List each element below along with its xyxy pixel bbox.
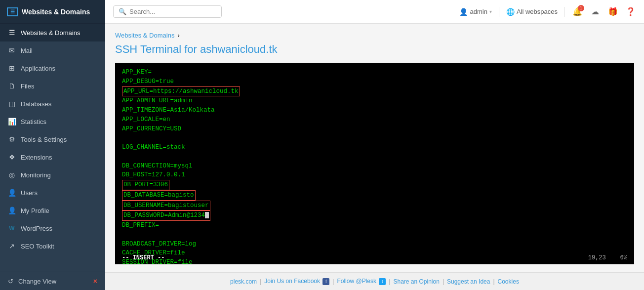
- sidebar-item-label: Files: [21, 83, 34, 90]
- sidebar-item-websites-domains[interactable]: ☰ Websites & Domains: [0, 24, 105, 41]
- search-icon: 🔍: [119, 8, 126, 15]
- change-view-icon: ↺: [8, 278, 13, 285]
- cloud-icon[interactable]: ☁: [590, 6, 601, 17]
- terminal-line: DB_PREFIX=: [122, 221, 627, 230]
- terminal-line: APP_CURRENCY=USD: [122, 124, 627, 134]
- terminal-line: APP_LOCALE=en: [122, 115, 627, 124]
- footer: plesk.com | Join Us on Facebook f | Foll…: [105, 272, 644, 290]
- sidebar-item-label: Statistics: [21, 118, 46, 125]
- seo-icon: ↗: [8, 242, 16, 250]
- admin-icon: 👤: [459, 8, 468, 16]
- page-title-prefix: SSH Terminal for: [115, 43, 200, 55]
- main-content: 🔍 👤 admin ▾ 🌐 All webspaces 🔔 1: [105, 0, 644, 290]
- statistics-icon: 📊: [8, 118, 16, 125]
- sidebar-item-seo-toolkit[interactable]: ↗ SEO Toolkit: [0, 237, 105, 255]
- terminal-line-db-password: DB_PASSWORD=Admin@1234: [122, 210, 627, 221]
- footer-cookies-link[interactable]: Cookies: [498, 278, 519, 285]
- extensions-topbar-icon[interactable]: 🎁: [607, 6, 618, 17]
- logo-icon: ☰: [7, 7, 18, 16]
- sidebar-item-label: SEO Toolkit: [21, 243, 54, 250]
- sidebar-item-tools-settings[interactable]: ⚙ Tools & Settings: [0, 130, 105, 148]
- sidebar-item-applications[interactable]: ⊞ Applications: [0, 59, 105, 77]
- applications-icon: ⊞: [8, 64, 16, 72]
- sidebar-item-label: My Profile: [21, 207, 49, 214]
- all-webspaces-button[interactable]: 🌐 All webspaces: [506, 8, 558, 16]
- sidebar-item-label: Tools & Settings: [21, 136, 67, 143]
- footer-suggest-idea-link[interactable]: Suggest an Idea: [447, 278, 490, 285]
- sidebar-item-users[interactable]: 👤 Users: [0, 184, 105, 202]
- extensions-icon: ❖: [8, 153, 16, 161]
- search-box[interactable]: 🔍: [113, 5, 222, 18]
- content-area: Websites & Domains › SSH Terminal for as…: [105, 24, 644, 272]
- sidebar-item-label: Websites & Domains: [21, 29, 80, 37]
- sidebar-item-label: Monitoring: [21, 171, 51, 179]
- sidebar-item-databases[interactable]: ◫ Databases: [0, 95, 105, 113]
- databases-icon: ◫: [8, 100, 16, 108]
- topbar-right: 👤 admin ▾ 🌐 All webspaces 🔔 1 ☁ 🎁 ❓: [459, 6, 636, 17]
- admin-menu[interactable]: 👤 admin ▾: [459, 8, 491, 16]
- sidebar-item-label: WordPress: [21, 225, 52, 232]
- websites-icon: ☰: [8, 29, 16, 37]
- sidebar-item-extensions[interactable]: ❖ Extensions: [0, 148, 105, 166]
- close-icon[interactable]: ×: [93, 277, 97, 285]
- terminal-line-db-database: DB_DATABASE=bagisto: [122, 190, 627, 201]
- terminal-line: [122, 152, 627, 162]
- terminal-line: APP_DEBUG=true: [122, 77, 627, 86]
- users-icon: 👤: [8, 189, 16, 197]
- terminal-line: CACHE_DRIVER=file: [122, 249, 627, 258]
- all-webspaces-label: All webspaces: [517, 8, 558, 15]
- footer-facebook-link[interactable]: Join Us on Facebook f: [264, 278, 329, 285]
- admin-label: admin: [470, 8, 487, 15]
- breadcrumb: Websites & Domains ›: [115, 32, 634, 39]
- sidebar-item-monitoring[interactable]: ◎ Monitoring: [0, 166, 105, 184]
- terminal-line: APP_KEY=: [122, 68, 627, 77]
- page-title: SSH Terminal for ashwanicloud.tk: [115, 43, 634, 56]
- terminal-line: [122, 230, 627, 240]
- breadcrumb-parent[interactable]: Websites & Domains: [115, 32, 174, 39]
- footer-plesk-link[interactable]: plesk.com: [230, 278, 257, 285]
- terminal-line: [122, 133, 627, 143]
- terminal-line: DB_HOST=127.0.0.1: [122, 170, 627, 180]
- sidebar-item-my-profile[interactable]: 👤 My Profile: [0, 202, 105, 219]
- terminal-line: DB_CONNECTION=mysql: [122, 162, 627, 171]
- footer-share-opinion-link[interactable]: Share an Opinion: [393, 278, 439, 285]
- change-view-button[interactable]: ↺ Change View ×: [0, 272, 105, 290]
- sidebar-item-label: Users: [21, 189, 38, 197]
- ssh-terminal[interactable]: APP_KEY= APP_DEBUG=true APP_URL=https://…: [115, 63, 634, 264]
- sidebar-logo[interactable]: ☰ Websites & Domains: [0, 0, 105, 24]
- terminal-mode: -- INSERT --: [122, 254, 164, 261]
- terminal-line: LOG_CHANNEL=stack: [122, 143, 627, 152]
- terminal-line-db-username: DB_USERNAME=bagistouser: [122, 201, 627, 211]
- sidebar-item-mail[interactable]: ✉ Mail: [0, 41, 105, 59]
- terminal-line-db-port: DB_PORT=3306: [122, 180, 627, 190]
- terminal-percent: 6%: [620, 254, 627, 261]
- topbar: 🔍 👤 admin ▾ 🌐 All webspaces 🔔 1: [105, 0, 644, 24]
- notification-badge: 1: [578, 5, 584, 11]
- terminal-line: APP_ADMIN_URL=admin: [122, 96, 627, 106]
- twitter-icon: t: [379, 278, 386, 285]
- monitoring-icon: ◎: [8, 171, 16, 179]
- sidebar-item-label: Extensions: [21, 154, 52, 161]
- files-icon: 🗋: [8, 82, 16, 90]
- search-input[interactable]: [129, 8, 216, 15]
- twitter-label: Follow @Plesk: [337, 278, 376, 285]
- sidebar-item-label: Applications: [21, 65, 55, 72]
- facebook-label: Join Us on Facebook: [264, 278, 320, 285]
- sidebar-item-statistics[interactable]: 📊 Statistics: [0, 113, 105, 130]
- tools-icon: ⚙: [8, 135, 16, 143]
- facebook-icon: f: [322, 278, 329, 285]
- sidebar-item-files[interactable]: 🗋 Files: [0, 77, 105, 95]
- sidebar-item-label: Databases: [21, 100, 51, 108]
- notification-bell[interactable]: 🔔 1: [572, 6, 583, 17]
- footer-twitter-link[interactable]: Follow @Plesk t: [337, 278, 386, 285]
- help-icon[interactable]: ❓: [625, 6, 636, 17]
- change-view-label: Change View: [18, 278, 56, 285]
- profile-icon: 👤: [8, 207, 16, 214]
- terminal-position: 19,23: [588, 254, 606, 261]
- terminal-status: 19,23 6%: [588, 254, 627, 261]
- sidebar-item-wordpress[interactable]: W WordPress: [0, 219, 105, 237]
- terminal-line-app-url: APP_URL=https://ashwanicloud.tk: [122, 86, 627, 97]
- terminal-line: APP_TIMEZONE=Asia/Kolkata: [122, 106, 627, 115]
- page-title-domain: ashwanicloud.tk: [200, 43, 278, 55]
- sidebar: ☰ Websites & Domains ☰ Websites & Domain…: [0, 0, 105, 290]
